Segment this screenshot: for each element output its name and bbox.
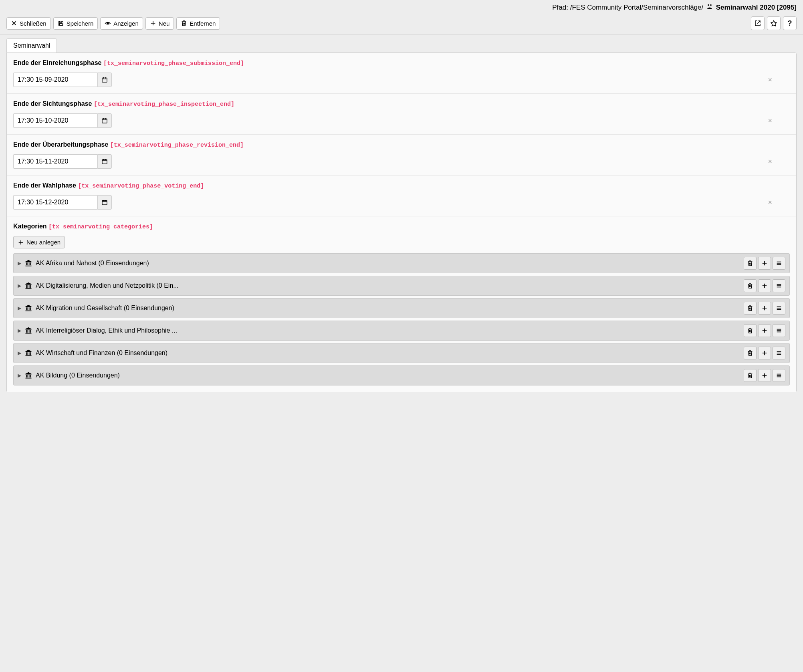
category-item[interactable]: ▶AK Migration und Gesellschaft (0 Einsen… bbox=[13, 298, 790, 318]
field-tech-name: [tx_seminarvoting_phase_submission_end] bbox=[103, 60, 244, 67]
submission-end-input[interactable] bbox=[13, 73, 97, 87]
help-button[interactable]: ? bbox=[783, 16, 797, 30]
calendar-button[interactable] bbox=[97, 73, 112, 87]
form-panel: Ende der Einreichungsphase [tx_seminarvo… bbox=[6, 52, 797, 392]
tab-seminarwahl[interactable]: Seminarwahl bbox=[6, 38, 57, 52]
category-title: AK Bildung (0 Einsendungen) bbox=[36, 372, 740, 379]
building-icon bbox=[24, 259, 32, 267]
expand-caret-icon[interactable]: ▶ bbox=[18, 373, 21, 378]
category-delete-button[interactable] bbox=[744, 279, 757, 292]
category-actions bbox=[744, 302, 785, 315]
category-item[interactable]: ▶AK Bildung (0 Einsendungen) bbox=[13, 365, 790, 385]
external-link-icon bbox=[754, 20, 761, 27]
calendar-button[interactable] bbox=[97, 195, 112, 210]
inspection-end-input[interactable] bbox=[13, 113, 97, 128]
category-delete-button[interactable] bbox=[744, 347, 757, 359]
star-icon bbox=[770, 20, 777, 27]
expand-caret-icon[interactable]: ▶ bbox=[18, 305, 21, 311]
category-delete-button[interactable] bbox=[744, 257, 757, 270]
trash-icon bbox=[181, 20, 187, 26]
new-category-label: Neu anlegen bbox=[26, 239, 61, 246]
categories-tech-name: [tx_seminarvoting_categories] bbox=[48, 224, 153, 230]
category-actions bbox=[744, 324, 785, 337]
building-icon bbox=[24, 349, 32, 357]
clear-icon[interactable]: × bbox=[768, 158, 772, 165]
category-add-button[interactable] bbox=[758, 279, 771, 292]
calendar-icon bbox=[101, 199, 108, 206]
category-item[interactable]: ▶AK Afrika und Nahost (0 Einsendungen) bbox=[13, 253, 790, 273]
close-button[interactable]: Schließen bbox=[6, 17, 51, 30]
categories-section: Kategorien [tx_seminarvoting_categories]… bbox=[7, 216, 796, 392]
plus-icon bbox=[18, 239, 24, 246]
category-item[interactable]: ▶AK Digitalisierung, Medien und Netzpoli… bbox=[13, 276, 790, 296]
category-title: AK Wirtschaft und Finanzen (0 Einsendung… bbox=[36, 349, 740, 357]
category-add-button[interactable] bbox=[758, 257, 771, 270]
plus-icon bbox=[150, 20, 156, 26]
tab-label: Seminarwahl bbox=[13, 42, 50, 49]
building-icon bbox=[24, 371, 32, 379]
revision-end-input[interactable] bbox=[13, 154, 97, 169]
category-add-button[interactable] bbox=[758, 324, 771, 337]
voting-end-input[interactable] bbox=[13, 195, 97, 210]
category-add-button[interactable] bbox=[758, 369, 771, 382]
building-icon bbox=[24, 282, 32, 290]
category-menu-button[interactable] bbox=[773, 347, 785, 359]
building-icon bbox=[24, 304, 32, 312]
close-label: Schließen bbox=[20, 20, 46, 27]
field-submission-end: Ende der Einreichungsphase [tx_seminarvo… bbox=[7, 53, 796, 94]
clear-icon[interactable]: × bbox=[768, 117, 772, 124]
calendar-button[interactable] bbox=[97, 154, 112, 169]
save-label: Speichern bbox=[67, 20, 94, 27]
field-label-text: Ende der Einreichungsphase bbox=[13, 59, 102, 66]
category-item[interactable]: ▶AK Interreligiöser Dialog, Ethik und Ph… bbox=[13, 321, 790, 341]
category-actions bbox=[744, 279, 785, 292]
calendar-icon bbox=[101, 158, 108, 165]
view-button[interactable]: Anzeigen bbox=[100, 17, 143, 30]
category-menu-button[interactable] bbox=[773, 369, 785, 382]
category-add-button[interactable] bbox=[758, 347, 771, 359]
calendar-button[interactable] bbox=[97, 113, 112, 128]
svg-point-1 bbox=[710, 4, 712, 6]
field-label-text: Ende der Sichtungsphase bbox=[13, 100, 92, 107]
close-icon bbox=[11, 20, 17, 26]
help-label: ? bbox=[788, 19, 792, 28]
new-button[interactable]: Neu bbox=[145, 17, 174, 30]
category-delete-button[interactable] bbox=[744, 324, 757, 337]
category-title: AK Interreligiöser Dialog, Ethik und Phi… bbox=[36, 327, 740, 334]
category-delete-button[interactable] bbox=[744, 302, 757, 315]
category-menu-button[interactable] bbox=[773, 302, 785, 315]
category-item[interactable]: ▶AK Wirtschaft und Finanzen (0 Einsendun… bbox=[13, 343, 790, 363]
field-tech-name: [tx_seminarvoting_phase_voting_end] bbox=[78, 183, 204, 190]
bookmark-button[interactable] bbox=[767, 16, 781, 30]
delete-label: Entfernen bbox=[190, 20, 216, 27]
field-tech-name: [tx_seminarvoting_phase_inspection_end] bbox=[94, 101, 234, 108]
expand-caret-icon[interactable]: ▶ bbox=[18, 283, 21, 289]
path-value: /FES Community Portal/Seminarvorschläge/ bbox=[570, 4, 705, 11]
expand-caret-icon[interactable]: ▶ bbox=[18, 350, 21, 356]
category-title: AK Digitalisierung, Medien und Netzpolit… bbox=[36, 282, 740, 289]
category-actions bbox=[744, 257, 785, 270]
svg-rect-3 bbox=[59, 24, 62, 26]
field-inspection-end: Ende der Sichtungsphase [tx_seminarvotin… bbox=[7, 94, 796, 135]
new-label: Neu bbox=[159, 20, 170, 27]
delete-button[interactable]: Entfernen bbox=[176, 17, 220, 30]
path-label: Pfad: bbox=[552, 4, 570, 11]
svg-point-4 bbox=[107, 22, 109, 24]
category-menu-button[interactable] bbox=[773, 257, 785, 270]
clear-icon[interactable]: × bbox=[768, 199, 772, 206]
category-menu-button[interactable] bbox=[773, 324, 785, 337]
clear-icon[interactable]: × bbox=[768, 76, 772, 83]
category-delete-button[interactable] bbox=[744, 369, 757, 382]
category-actions bbox=[744, 369, 785, 382]
save-button[interactable]: Speichern bbox=[53, 17, 98, 30]
expand-caret-icon[interactable]: ▶ bbox=[18, 328, 21, 333]
open-external-button[interactable] bbox=[751, 16, 765, 30]
svg-rect-5 bbox=[102, 78, 107, 82]
category-list: ▶AK Afrika und Nahost (0 Einsendungen)▶A… bbox=[13, 253, 790, 385]
category-add-button[interactable] bbox=[758, 302, 771, 315]
category-menu-button[interactable] bbox=[773, 279, 785, 292]
eye-icon bbox=[105, 20, 111, 26]
expand-caret-icon[interactable]: ▶ bbox=[18, 260, 21, 266]
svg-point-0 bbox=[708, 4, 709, 6]
new-category-button[interactable]: Neu anlegen bbox=[13, 236, 65, 248]
